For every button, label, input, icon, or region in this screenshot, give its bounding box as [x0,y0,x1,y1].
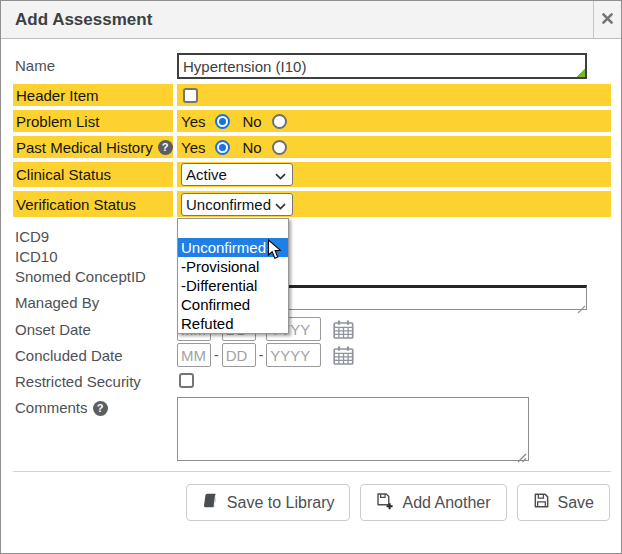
past-medical-history-value-cell: Yes No [177,136,611,158]
name-field-wrap [177,53,587,79]
dropdown-option-differential[interactable]: -Differential [178,276,288,295]
chevron-down-icon [275,196,286,213]
clinical-status-select[interactable]: Active [181,163,293,186]
problem-list-value-cell: Yes No [177,110,611,132]
verification-status-selected-value: Unconfirmed [186,196,271,213]
concluded-date-label: Concluded Date [15,346,123,366]
clinical-status-label-cell: Clinical Status [13,162,173,187]
problem-list-row: Problem List Yes No [13,110,611,132]
pmh-no-radio[interactable] [272,140,287,155]
concluded-year-input[interactable] [266,343,321,367]
book-icon [202,492,219,513]
dialog-titlebar: Add Assessment [1,1,621,39]
close-icon [601,11,614,29]
past-medical-history-label: Past Medical History [16,139,153,156]
problem-list-yes-radio[interactable] [215,114,230,129]
date-separator: - [214,347,219,363]
floppy-plus-icon [376,492,394,514]
help-icon[interactable]: ? [93,401,108,416]
past-medical-history-label-cell: Past Medical History ? [13,136,173,158]
resize-handle[interactable] [517,449,527,467]
problem-list-label: Problem List [16,113,99,130]
header-item-label: Header Item [16,87,99,104]
clinical-status-value-cell: Active [177,162,611,187]
header-item-value-cell [177,84,611,106]
add-another-button[interactable]: Add Another [360,484,506,521]
clinical-status-selected-value: Active [186,166,227,183]
date-separator: - [259,347,264,363]
calendar-icon[interactable] [333,320,354,339]
managed-by-label: Managed By [15,293,99,313]
floppy-disk-icon [533,492,550,513]
icd9-label: ICD9 [15,227,49,247]
verification-status-row: Verification Status Unconfirmed [13,191,611,217]
dropdown-option-blank[interactable] [178,219,288,238]
comments-label-wrap: Comments ? [15,398,108,418]
header-item-row: Header Item [13,84,611,106]
footer-button-bar: Save to Library Add Another Save [186,484,610,521]
name-label: Name [15,56,55,76]
close-button[interactable] [593,1,621,38]
save-to-library-label: Save to Library [227,494,335,512]
comments-label: Comments [15,398,88,418]
save-label: Save [558,494,594,512]
problem-list-label-cell: Problem List [13,110,173,132]
concluded-date-group: - - [177,343,354,367]
snomed-conceptid-label: Snomed ConceptID [15,267,146,287]
problem-list-no-label: No [242,113,261,130]
chevron-down-icon [275,166,286,183]
restricted-security-label: Restricted Security [15,372,141,392]
icd10-label: ICD10 [15,247,58,267]
help-icon[interactable]: ? [158,140,173,155]
save-button[interactable]: Save [517,484,610,521]
clinical-status-row: Clinical Status Active [13,162,611,187]
problem-list-no-radio[interactable] [272,114,287,129]
problem-list-yes-label: Yes [181,113,205,130]
past-medical-history-row: Past Medical History ? Yes No [13,136,611,158]
concluded-month-input[interactable] [177,343,211,367]
name-input-corner-marker [577,69,585,77]
pmh-no-label: No [242,139,261,156]
dialog-title: Add Assessment [15,1,152,38]
verification-status-select[interactable]: Unconfirmed [181,193,293,216]
restricted-security-checkbox[interactable] [179,373,194,388]
mouse-cursor-icon [267,239,282,264]
comments-textarea[interactable] [177,397,529,461]
add-assessment-dialog: Add Assessment Name Header Item Problem … [0,0,622,554]
pmh-yes-radio[interactable] [215,140,230,155]
verification-status-value-cell: Unconfirmed [177,191,611,217]
header-item-label-cell: Header Item [13,84,173,106]
add-another-label: Add Another [402,494,490,512]
verification-status-dropdown: Unconfirmed -Provisional -Differential C… [177,218,289,334]
dropdown-option-refuted[interactable]: Refuted [178,314,288,333]
onset-date-label: Onset Date [15,320,91,340]
dropdown-option-confirmed[interactable]: Confirmed [178,295,288,314]
header-item-checkbox[interactable] [183,88,198,103]
pmh-yes-label: Yes [181,139,205,156]
verification-status-label-cell: Verification Status [13,191,173,217]
name-input[interactable] [177,53,587,79]
calendar-icon[interactable] [333,346,354,365]
verification-status-label: Verification Status [16,196,136,213]
resize-handle[interactable] [577,300,586,318]
concluded-day-input[interactable] [222,343,256,367]
clinical-status-label: Clinical Status [16,166,111,183]
footer-divider [13,471,611,472]
save-to-library-button[interactable]: Save to Library [186,484,351,521]
